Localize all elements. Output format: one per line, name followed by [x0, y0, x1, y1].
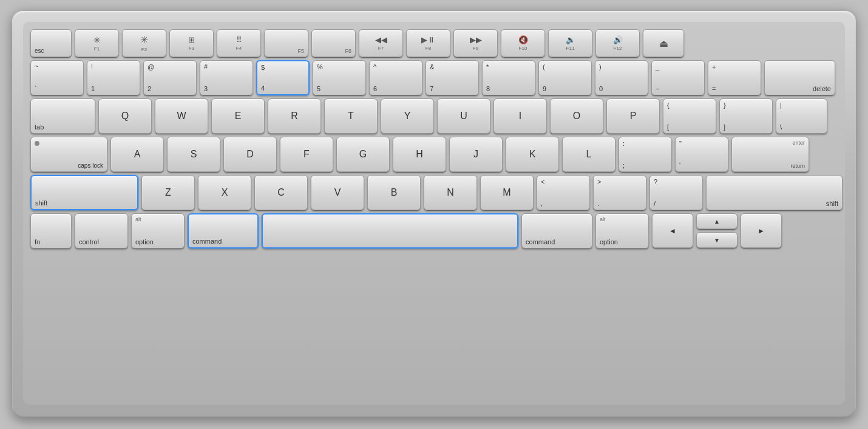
key-f3[interactable]: ⊞ F3	[169, 29, 214, 57]
key-arrow-up[interactable]: ▲	[696, 213, 737, 229]
key-f6[interactable]: F6	[311, 29, 356, 57]
key-g[interactable]: G	[336, 137, 390, 172]
key-enter[interactable]: enter return	[731, 137, 809, 172]
arrow-cluster: ◄ ▲ ▼ ►	[652, 213, 782, 249]
keyboard: esc ✳ F1 ✳ F2 ⊞ F3 ⠿ F4 F5 F6	[12, 11, 856, 418]
key-x[interactable]: X	[198, 175, 251, 210]
arrow-vertical: ▲ ▼	[696, 213, 737, 248]
key-n[interactable]: N	[424, 175, 477, 210]
key-0[interactable]: ) 0	[595, 60, 648, 95]
key-f7[interactable]: ◀◀ F7	[359, 29, 403, 57]
key-semicolon[interactable]: : ;	[619, 137, 672, 172]
key-tilde[interactable]: ~ `	[30, 60, 84, 95]
expose-icon: ⊞	[188, 35, 195, 44]
key-quote[interactable]: " '	[675, 137, 728, 172]
key-fn[interactable]: fn	[30, 213, 72, 249]
fn-row: esc ✳ F1 ✳ F2 ⊞ F3 ⠿ F4 F5 F6	[30, 29, 838, 57]
key-5[interactable]: % 5	[313, 60, 366, 95]
key-f12[interactable]: 🔊 F12	[595, 29, 640, 57]
key-u[interactable]: U	[437, 98, 490, 134]
launchpad-icon: ⠿	[236, 35, 242, 44]
key-delete[interactable]: delete	[764, 60, 835, 95]
key-t[interactable]: T	[324, 98, 378, 134]
play-pause-icon: ▶⏸	[421, 35, 435, 44]
mute-icon: 🔇	[518, 35, 528, 44]
key-y[interactable]: Y	[381, 98, 434, 134]
key-shift-left[interactable]: shift	[30, 175, 138, 210]
key-equals[interactable]: + =	[708, 60, 761, 95]
key-7[interactable]: & 7	[426, 60, 479, 95]
brightness-down-icon: ✳	[93, 35, 101, 45]
key-4[interactable]: $ 4	[256, 60, 310, 95]
key-j[interactable]: J	[449, 137, 503, 172]
key-space[interactable]	[262, 213, 518, 249]
key-i[interactable]: I	[493, 98, 547, 134]
key-shift-right[interactable]: shift	[706, 175, 843, 210]
key-f8[interactable]: ▶⏸ F8	[406, 29, 450, 57]
key-minus[interactable]: _ −	[651, 60, 705, 95]
key-command-left[interactable]: command	[188, 213, 259, 249]
eject-icon: ⏏	[659, 38, 668, 49]
rewind-icon: ◀◀	[375, 35, 387, 44]
fast-forward-icon: ▶▶	[470, 35, 482, 44]
key-control[interactable]: control	[75, 213, 128, 249]
key-8[interactable]: * 8	[482, 60, 535, 95]
key-f9[interactable]: ▶▶ F9	[453, 29, 498, 57]
key-command-right[interactable]: command	[521, 213, 592, 249]
key-c[interactable]: C	[254, 175, 308, 210]
key-option-right[interactable]: alt option	[595, 213, 649, 249]
key-backslash[interactable]: | \	[776, 98, 827, 134]
key-f[interactable]: F	[280, 137, 333, 172]
key-s[interactable]: S	[167, 137, 220, 172]
key-f4[interactable]: ⠿ F4	[217, 29, 261, 57]
key-tab[interactable]: tab	[30, 98, 95, 134]
key-z[interactable]: Z	[141, 175, 195, 210]
key-9[interactable]: ( 9	[538, 60, 592, 95]
key-p[interactable]: P	[606, 98, 660, 134]
key-slash[interactable]: ? /	[649, 175, 703, 210]
key-o[interactable]: O	[550, 98, 603, 134]
key-arrow-left[interactable]: ◄	[652, 213, 693, 248]
key-arrow-right[interactable]: ►	[741, 213, 782, 248]
volume-up-icon: 🔊	[613, 35, 623, 44]
key-m[interactable]: M	[480, 175, 534, 210]
key-b[interactable]: B	[367, 175, 421, 210]
tab-row: tab Q W E R T Y U I	[30, 98, 838, 134]
number-row: ~ ` ! 1 @ 2 # 3 $ 4 % 5	[30, 60, 838, 95]
key-l[interactable]: L	[562, 137, 615, 172]
key-w[interactable]: W	[155, 98, 208, 134]
key-eject[interactable]: ⏏	[643, 29, 684, 57]
key-3[interactable]: # 3	[200, 60, 253, 95]
volume-down-icon: 🔉	[566, 35, 575, 44]
key-f5[interactable]: F5	[264, 29, 308, 57]
key-1[interactable]: ! 1	[87, 60, 140, 95]
key-bracket-open[interactable]: { [	[663, 98, 716, 134]
key-bracket-close[interactable]: } ]	[719, 98, 773, 134]
key-q[interactable]: Q	[98, 98, 152, 134]
key-capslock[interactable]: caps lock	[30, 137, 107, 172]
caps-row: caps lock A S D F G H J	[30, 137, 838, 172]
brightness-up-icon: ✳	[140, 34, 148, 46]
shift-row: shift Z X C V B N M <	[30, 175, 838, 210]
key-comma[interactable]: < ,	[537, 175, 590, 210]
key-v[interactable]: V	[311, 175, 364, 210]
arrow-top-row: ◄ ▲ ▼ ►	[652, 213, 782, 248]
key-arrow-down[interactable]: ▼	[696, 232, 737, 248]
key-k[interactable]: K	[506, 137, 559, 172]
key-2[interactable]: @ 2	[143, 60, 197, 95]
key-option-left[interactable]: alt option	[131, 213, 185, 249]
bottom-row: fn control alt option command command al…	[30, 213, 838, 249]
key-f11[interactable]: 🔉 F11	[548, 29, 592, 57]
key-e[interactable]: E	[211, 98, 265, 134]
key-d[interactable]: D	[223, 137, 277, 172]
key-h[interactable]: H	[393, 137, 446, 172]
key-a[interactable]: A	[110, 137, 164, 172]
key-f1[interactable]: ✳ F1	[75, 29, 119, 57]
key-esc[interactable]: esc	[30, 29, 72, 57]
key-f10[interactable]: 🔇 F10	[501, 29, 545, 57]
key-f2[interactable]: ✳ F2	[122, 29, 166, 57]
key-r[interactable]: R	[268, 98, 321, 134]
key-period[interactable]: > .	[593, 175, 646, 210]
key-6[interactable]: ^ 6	[369, 60, 422, 95]
